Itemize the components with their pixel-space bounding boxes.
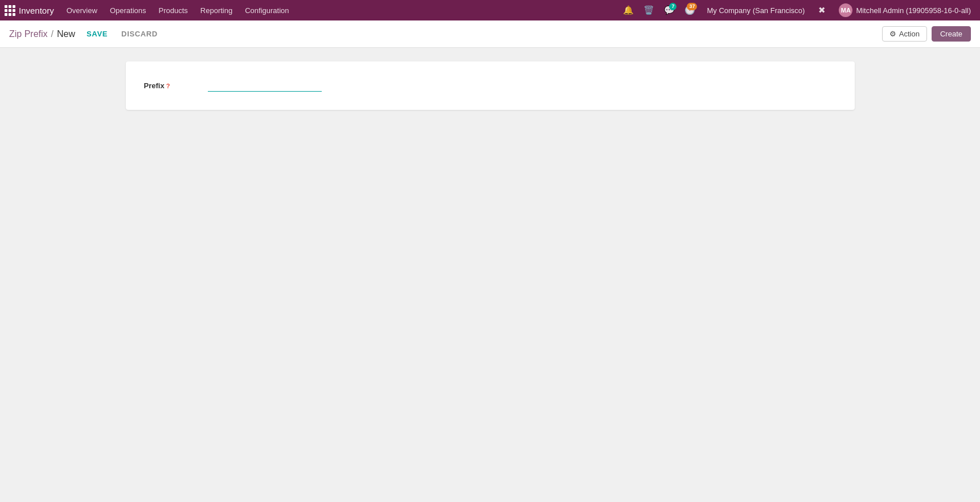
save-button[interactable]: SAVE [82, 27, 112, 40]
breadcrumb-current: New [57, 29, 75, 39]
discard-button[interactable]: DISCARD [117, 27, 162, 40]
nav-menu: Overview Operations Products Reporting C… [61, 4, 618, 17]
user-menu[interactable]: MA Mitchell Admin (19905958-16-0-all) [834, 2, 975, 19]
breadcrumb-separator: / [51, 29, 54, 39]
nav-reporting[interactable]: Reporting [195, 4, 238, 17]
bell-icon[interactable]: 🔔 [620, 2, 636, 18]
apps-icon [5, 5, 15, 16]
messages-icon[interactable]: 💬 7 [661, 2, 677, 18]
messages-badge: 7 [669, 3, 676, 10]
gear-icon: ⚙ [889, 30, 896, 38]
action-bar: Zip Prefix / New SAVE DISCARD ⚙ Action C… [0, 20, 980, 48]
support-icon[interactable]: ✖ [814, 2, 830, 18]
company-selector[interactable]: My Company (San Francisco) [702, 5, 809, 17]
prefix-row: Prefix ? [144, 75, 837, 96]
nav-right: 🔔 🗑️ 💬 7 🕐 37 My Company (San Francisco)… [620, 2, 975, 19]
form-card: Prefix ? [126, 61, 855, 110]
user-name: Mitchell Admin (19905958-16-0-all) [856, 6, 971, 15]
user-avatar: MA [839, 3, 852, 17]
trash-icon[interactable]: 🗑️ [641, 2, 657, 18]
prefix-label: Prefix ? [144, 81, 201, 90]
activities-badge: 37 [687, 3, 697, 10]
breadcrumb-parent[interactable]: Zip Prefix [9, 29, 48, 39]
nav-overview[interactable]: Overview [61, 4, 103, 17]
nav-configuration[interactable]: Configuration [239, 4, 294, 17]
action-buttons: SAVE DISCARD [82, 27, 162, 40]
prefix-input[interactable] [208, 80, 322, 92]
company-name: My Company (San Francisco) [707, 6, 805, 15]
navbar: Inventory Overview Operations Products R… [0, 0, 980, 20]
app-name: Inventory [19, 6, 54, 15]
nav-products[interactable]: Products [153, 4, 193, 17]
nav-operations[interactable]: Operations [104, 4, 152, 17]
activities-icon[interactable]: 🕐 37 [682, 2, 698, 18]
action-button-label: Action [899, 30, 920, 38]
create-button[interactable]: Create [932, 26, 971, 42]
action-button[interactable]: ⚙ Action [882, 26, 927, 42]
main-content: Prefix ? [0, 48, 980, 502]
app-brand[interactable]: Inventory [5, 5, 54, 16]
required-indicator: ? [166, 83, 170, 89]
right-actions: ⚙ Action Create [882, 26, 971, 42]
breadcrumb: Zip Prefix / New [9, 29, 75, 39]
